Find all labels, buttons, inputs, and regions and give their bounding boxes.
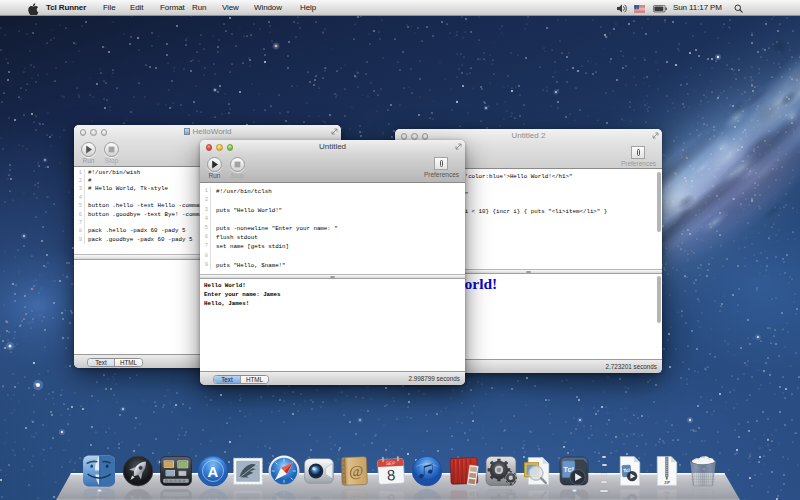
svg-text:A: A [207, 462, 218, 479]
svg-text:@: @ [349, 495, 364, 500]
svg-text:A: A [207, 495, 218, 500]
svg-text:ZIP: ZIP [664, 490, 670, 494]
svg-text:8: 8 [386, 492, 395, 500]
svg-text:ZIP: ZIP [664, 480, 670, 484]
svg-text:8: 8 [386, 466, 395, 483]
svg-text:@: @ [349, 462, 364, 479]
